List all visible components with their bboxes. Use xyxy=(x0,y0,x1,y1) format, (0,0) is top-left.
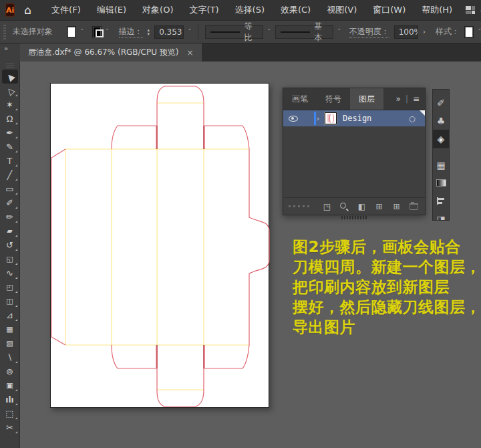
brush-definition-select[interactable]: 基本 xyxy=(275,25,333,39)
symbol-sprayer-tool[interactable]: ▣ xyxy=(2,378,18,393)
layer-thumbnail[interactable] xyxy=(325,112,337,124)
menu-item[interactable]: 文字(T) xyxy=(189,4,218,16)
panel-menu-icon[interactable]: ≡ xyxy=(413,94,420,104)
menu-item[interactable]: 帮助(H) xyxy=(422,4,452,16)
opacity-input[interactable]: 100% xyxy=(394,25,418,39)
eraser-tool[interactable]: ▰ xyxy=(2,224,18,238)
annotation-line: 图2步骤后，画板会贴合 xyxy=(293,237,481,257)
visibility-eye-icon[interactable] xyxy=(289,116,298,122)
toolbar-grip-icon[interactable] xyxy=(6,64,14,68)
canvas-area[interactable]: 画笔 符号 图层 » | ≡ › xyxy=(20,62,481,448)
style-swatch[interactable] xyxy=(464,26,474,38)
lasso-tool[interactable]: Ω xyxy=(2,112,18,126)
menu-item[interactable]: 文件(F) xyxy=(51,4,81,16)
menu-item[interactable]: 效果(C) xyxy=(281,4,311,16)
pen-tool[interactable]: ✒ xyxy=(2,126,18,140)
menu-item[interactable]: 选择(S) xyxy=(235,4,265,16)
rectangle-tool[interactable]: ▭ xyxy=(2,182,18,196)
fill-swatch[interactable] xyxy=(67,26,76,38)
opacity-label[interactable]: 不透明度： xyxy=(349,26,389,38)
curvature-tool[interactable]: ✎ xyxy=(2,140,18,154)
fill-dropdown-icon[interactable]: ˅ xyxy=(81,29,84,35)
brush-dropdown-icon[interactable]: ˅ xyxy=(338,29,341,35)
width-profile-select[interactable]: 等比 xyxy=(205,25,263,39)
stepper-down-icon[interactable]: ▾ xyxy=(148,32,150,36)
document-tab-bar: » 唇油盒.dxf* @ 66.67% (RGB/CPU 预览) × xyxy=(0,43,481,62)
annotation-line: 导出图片 xyxy=(293,317,481,337)
tab-brushes[interactable]: 画笔 xyxy=(283,88,317,110)
brush-line-icon xyxy=(281,31,310,33)
gradient-panel-icon[interactable] xyxy=(432,174,450,192)
blend-tool[interactable]: ⊚ xyxy=(2,364,18,378)
free-transform-tool[interactable]: ◰ xyxy=(2,280,18,294)
tab-layers[interactable]: 图层 xyxy=(350,88,383,110)
menu-item[interactable]: 对象(O) xyxy=(142,4,173,16)
pencil-tool[interactable]: ✏ xyxy=(2,210,18,224)
column-graph-tool[interactable]: ılı xyxy=(2,393,18,407)
rotate-tool[interactable]: ↺ xyxy=(2,238,18,252)
style-label: 样式： xyxy=(436,26,460,37)
selection-tool[interactable]: ▲ xyxy=(2,70,18,84)
layers-panel-icon[interactable]: ◈ xyxy=(432,130,450,148)
document-tab[interactable]: 唇油盒.dxf* @ 66.67% (RGB/CPU 预览) × xyxy=(20,43,202,62)
document-title: 唇油盒.dxf* @ 66.67% (RGB/CPU 预览) xyxy=(28,47,178,58)
pathfinder-panel-icon[interactable]: ◨ xyxy=(432,210,450,221)
artboards-panel-icon[interactable]: ▦ xyxy=(432,156,450,174)
new-sublayer-icon[interactable]: ⊞ xyxy=(375,202,383,211)
stroke-dropdown-icon[interactable]: ˅ xyxy=(106,29,109,35)
menu-items: 文件(F) 编辑(E) 对象(O) 文字(T) 选择(S) 效果(C) 视图(V… xyxy=(51,4,452,16)
close-tab-icon[interactable]: × xyxy=(186,48,193,58)
line-segment-tool[interactable]: ╱ xyxy=(2,168,18,182)
layer-row-design[interactable]: › Design ○ xyxy=(283,110,425,126)
panel-dock: ✐ ♣ ◈ ▦ xyxy=(432,89,450,221)
scale-tool[interactable]: ◱ xyxy=(2,252,18,266)
magic-wand-tool[interactable]: ✶ xyxy=(2,98,18,112)
stroke-weight-input[interactable]: 0.353 mm xyxy=(154,25,184,39)
menu-item[interactable]: 窗口(W) xyxy=(373,4,406,16)
style-dropdown-icon[interactable]: ˅ xyxy=(478,29,481,35)
shape-builder-tool[interactable]: ◫ xyxy=(2,294,18,308)
mesh-tool[interactable]: ▦ xyxy=(2,322,18,336)
brushes-panel-icon[interactable]: ✐ xyxy=(432,94,450,112)
tab-symbols[interactable]: 符号 xyxy=(317,88,350,110)
delete-layer-icon[interactable] xyxy=(410,203,418,210)
stroke-weight-label[interactable]: 描边： xyxy=(119,26,143,38)
artboard-tool[interactable]: ⬚ xyxy=(2,407,18,421)
menu-item[interactable]: 视图(V) xyxy=(327,4,357,16)
symbols-panel-icon[interactable]: ♣ xyxy=(432,112,450,130)
app-logo-icon[interactable]: Ai xyxy=(5,3,15,17)
target-circle-icon[interactable]: ○ xyxy=(409,114,416,123)
direct-selection-tool[interactable]: △ xyxy=(2,84,18,98)
new-layer-icon[interactable]: ⊞ xyxy=(392,202,401,211)
workspace-switcher[interactable]: ⌄ xyxy=(466,6,481,15)
artboard[interactable] xyxy=(50,83,269,408)
panel-grip-icon[interactable] xyxy=(3,25,6,39)
eyedropper-tool[interactable]: ∖ xyxy=(2,350,18,364)
type-tool[interactable]: T xyxy=(2,154,18,168)
clipping-mask-icon[interactable]: ◧ xyxy=(357,202,366,211)
expand-chevron-icon[interactable]: › xyxy=(317,115,319,122)
opacity-arrow-icon[interactable]: › xyxy=(423,28,426,35)
home-icon[interactable]: ⌂ xyxy=(24,3,31,17)
width-tool[interactable]: ∿ xyxy=(2,266,18,280)
profile-dropdown-icon[interactable]: ˅ xyxy=(268,29,271,35)
current-layer-indicator-icon xyxy=(420,110,425,116)
panel-resize-grip[interactable] xyxy=(341,216,367,219)
layer-name[interactable]: Design xyxy=(343,114,371,123)
collect-for-export-icon[interactable]: ◳ xyxy=(323,202,331,211)
locate-object-icon[interactable] xyxy=(340,203,349,210)
menu-item[interactable]: 编辑(E) xyxy=(97,4,126,16)
dock-separator[interactable] xyxy=(432,148,450,156)
toolbar-collapse-button[interactable]: » xyxy=(0,43,20,62)
slice-tool[interactable]: ✂ xyxy=(2,421,18,435)
gradient-tool[interactable]: ▧ xyxy=(2,336,18,350)
stroke-stepper[interactable]: ▴ ▾ xyxy=(148,28,150,36)
annotation-text: 图2步骤后，画板会贴合 刀模四周。新建一个图层， 把印刷内容放到新图层 摆好，然… xyxy=(293,237,481,337)
paintbrush-tool[interactable]: ✐ xyxy=(2,196,18,210)
stroke-swatch[interactable] xyxy=(92,26,102,38)
stroke-weight-dropdown-icon[interactable]: ˅ xyxy=(188,29,191,35)
layers-panel: 画笔 符号 图层 » | ≡ › xyxy=(283,88,426,215)
perspective-grid-tool[interactable]: ⊿ xyxy=(2,308,18,322)
align-panel-icon[interactable] xyxy=(432,192,450,210)
panel-collapse-icon[interactable]: » xyxy=(396,94,401,104)
